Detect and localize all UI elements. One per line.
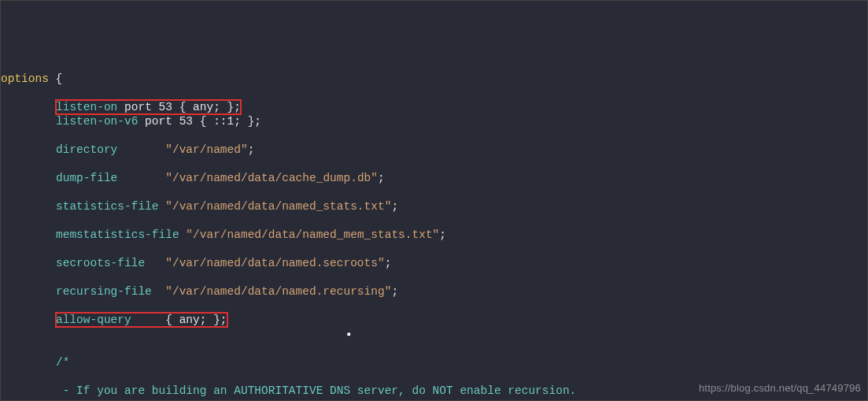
code-editor[interactable]: options { listen-on port 53 { any; }; li…: [1, 58, 867, 401]
highlighted-line-listen-on: listen-on port 53 { any; };: [56, 100, 241, 114]
code-line: memstatistics-file "/var/named/data/name…: [1, 228, 867, 242]
code-line: options {: [1, 72, 867, 86]
code-line: listen-on-v6 port 53 { ::1; };: [1, 114, 867, 128]
code-line: statistics-file "/var/named/data/named_s…: [1, 199, 867, 213]
highlighted-line-allow-query: allow-query { any; };: [56, 313, 227, 327]
code-line: recursing-file "/var/named/data/named.re…: [1, 284, 867, 299]
keyword: options: [1, 72, 49, 85]
comment-line: /*: [1, 355, 867, 369]
code-line: directory "/var/named";: [1, 143, 867, 157]
code-line: secroots-file "/var/named/data/named.sec…: [1, 256, 867, 270]
cursor-icon: ▪: [345, 328, 353, 342]
watermark-text: https://blog.csdn.net/qq_44749796: [699, 381, 861, 395]
code-line: dump-file "/var/named/data/cache_dump.db…: [1, 171, 867, 185]
blank-line: [1, 327, 867, 341]
